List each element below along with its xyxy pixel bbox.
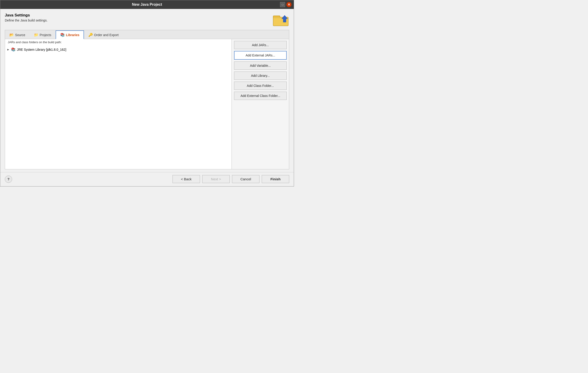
close-button[interactable]: ✕ (286, 2, 292, 7)
next-button[interactable]: Next > (202, 175, 230, 183)
cancel-button[interactable]: Cancel (232, 175, 260, 183)
add-library-button[interactable]: Add Library... (234, 71, 287, 80)
tab-projects[interactable]: 📁 Projects (30, 30, 56, 39)
window-title: New Java Project (132, 2, 162, 7)
jars-label: JARs and class folders on the build path… (5, 39, 231, 45)
order-export-tab-icon: 🔑 (88, 33, 93, 37)
content-area: Java Settings Define the Java build sett… (0, 9, 294, 172)
add-jars-button[interactable]: Add JARs... (234, 41, 287, 49)
tabs-row: 📂 Source 📁 Projects 📚 Libraries 🔑 Order … (5, 30, 289, 39)
tab-projects-label: Projects (40, 33, 51, 37)
footer: ? < Back Next > Cancel Finish (0, 172, 294, 186)
tab-source[interactable]: 📂 Source (5, 30, 30, 39)
tab-libraries[interactable]: 📚 Libraries (56, 30, 84, 39)
add-class-folder-button[interactable]: Add Class Folder... (234, 81, 287, 90)
tab-libraries-label: Libraries (66, 33, 79, 37)
libraries-tab-icon: 📚 (60, 33, 65, 37)
right-pane: Add JARs... Add External JARs... Add Var… (232, 39, 289, 169)
header-section: Java Settings Define the Java build sett… (5, 13, 289, 27)
page-subheading: Define the Java build settings. (5, 19, 48, 22)
add-external-class-folder-button[interactable]: Add External Class Folder... (234, 92, 287, 100)
header-text: Java Settings Define the Java build sett… (5, 13, 48, 22)
tab-order-export[interactable]: 🔑 Order and Export (84, 30, 123, 39)
panel-body: JARs and class folders on the build path… (5, 39, 289, 169)
tab-order-export-label: Order and Export (94, 33, 118, 37)
back-button[interactable]: < Back (172, 175, 200, 183)
finish-button[interactable]: Finish (262, 175, 289, 183)
add-external-jars-button[interactable]: Add External JARs... (234, 51, 287, 60)
left-pane: JARs and class folders on the build path… (5, 39, 232, 169)
footer-left: ? (5, 176, 12, 183)
expand-arrow-icon: ▶ (7, 48, 9, 51)
add-variable-button[interactable]: Add Variable... (234, 61, 287, 70)
main-panel: 📂 Source 📁 Projects 📚 Libraries 🔑 Order … (5, 30, 289, 169)
source-tab-icon: 📂 (9, 33, 14, 37)
tab-source-label: Source (15, 33, 25, 37)
library-icon: 📚 (11, 47, 16, 52)
library-item[interactable]: ▶ 📚 JRE System Library [jdk1.8.0_162] (5, 46, 231, 53)
window-controls: □ ✕ (280, 2, 292, 7)
jar-list: ▶ 📚 JRE System Library [jdk1.8.0_162] (5, 45, 231, 169)
help-button[interactable]: ? (5, 176, 12, 183)
title-bar: New Java Project □ ✕ (0, 0, 294, 9)
minimize-button[interactable]: □ (280, 2, 285, 7)
library-item-label: JRE System Library [jdk1.8.0_162] (17, 48, 66, 51)
page-heading: Java Settings (5, 13, 48, 18)
projects-tab-icon: 📁 (34, 33, 38, 37)
folder-icon (273, 13, 289, 27)
dialog-window: New Java Project □ ✕ Java Settings Defin… (0, 0, 294, 186)
